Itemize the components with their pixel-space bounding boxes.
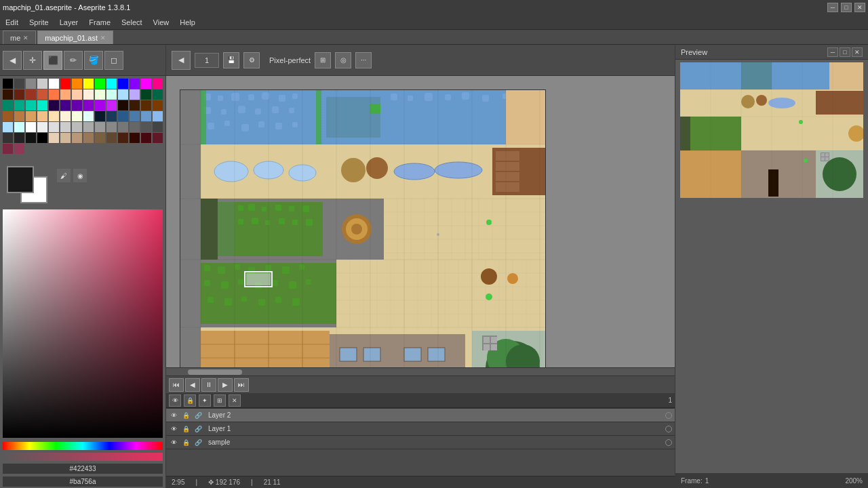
preview-minimize[interactable]: ─ (827, 47, 838, 57)
color-swatch[interactable] (49, 122, 59, 132)
anim-prev-frame[interactable]: ◀ (185, 378, 200, 392)
menu-item-select[interactable]: Select (116, 17, 148, 28)
color-swatch[interactable] (14, 79, 24, 89)
color-swatch[interactable] (106, 122, 117, 132)
color-swatch[interactable] (106, 133, 117, 143)
color-swatch[interactable] (49, 111, 59, 121)
canvas-icon-onion[interactable]: ◎ (335, 52, 351, 68)
hex-display-primary[interactable]: #422433 (3, 464, 163, 474)
color-swatch[interactable] (49, 133, 59, 143)
tab-mapchip-01-ast[interactable]: mapchip_01.ast✕ (37, 30, 113, 44)
color-swatch[interactable] (153, 111, 163, 121)
color-swatch[interactable] (153, 89, 163, 100)
color-swatch[interactable] (14, 144, 24, 154)
layer-2-visibility[interactable]: 👁 (169, 411, 178, 420)
layer-2-lock[interactable]: 🔒 (181, 411, 191, 420)
layer-1-linked[interactable]: 🔗 (193, 424, 203, 434)
color-swatch[interactable] (49, 89, 59, 100)
color-swatch[interactable] (106, 89, 117, 100)
layer-row-1[interactable]: 👁 🔒 🔗 Layer 1 (166, 422, 675, 436)
layer-sample-lock[interactable]: 🔒 (181, 438, 191, 447)
color-swatch[interactable] (118, 133, 128, 143)
color-swatch[interactable] (14, 133, 24, 143)
color-swatch[interactable] (72, 79, 82, 89)
horizontal-scrollbar[interactable] (166, 367, 675, 375)
tool-fill[interactable]: 🪣 (84, 51, 103, 70)
color-swatch[interactable] (14, 111, 24, 121)
color-swatch[interactable] (118, 111, 128, 121)
color-swatch[interactable] (141, 89, 151, 100)
minimize-button[interactable]: ─ (827, 3, 838, 12)
color-swatch[interactable] (26, 100, 36, 110)
color-swatch[interactable] (14, 89, 24, 100)
menu-item-sprite[interactable]: Sprite (24, 17, 54, 28)
scrollbar-thumb[interactable] (188, 369, 242, 375)
color-swatch[interactable] (60, 122, 71, 132)
color-swatch[interactable] (3, 122, 13, 132)
color-swatch[interactable] (130, 122, 140, 132)
color-swatch[interactable] (83, 122, 94, 132)
color-swatch[interactable] (49, 79, 59, 89)
opacity-btn[interactable]: ◉ (73, 169, 87, 182)
color-swatch[interactable] (153, 100, 163, 110)
color-swatch[interactable] (141, 122, 151, 132)
tool-move[interactable]: ✛ (23, 51, 42, 70)
canvas-icon-save[interactable]: 💾 (223, 52, 239, 68)
layer-add-btn[interactable]: ⊞ (214, 394, 226, 407)
alpha-bar[interactable] (3, 453, 163, 461)
color-swatch[interactable] (26, 111, 36, 121)
preview-maximize[interactable]: □ (840, 47, 850, 57)
color-swatch[interactable] (3, 111, 13, 121)
canvas-icon-grid[interactable]: ⊞ (315, 52, 331, 68)
color-swatch[interactable] (60, 79, 71, 89)
color-swatch[interactable] (37, 133, 47, 143)
tool-arrow[interactable]: ◀ (3, 51, 22, 70)
color-swatch[interactable] (130, 100, 140, 110)
layer-visibility-toggle[interactable]: 👁 (169, 394, 181, 407)
color-swatch[interactable] (83, 79, 94, 89)
color-swatch[interactable] (153, 133, 163, 143)
color-swatch[interactable] (26, 89, 36, 100)
color-swatch[interactable] (26, 122, 36, 132)
color-swatch[interactable] (153, 122, 163, 132)
color-swatch[interactable] (95, 133, 105, 143)
color-swatch[interactable] (83, 133, 94, 143)
layer-2-linked[interactable]: 🔗 (193, 411, 203, 420)
color-swatch[interactable] (141, 133, 151, 143)
color-swatch[interactable] (95, 79, 105, 89)
preview-close[interactable]: ✕ (852, 47, 863, 57)
color-swatch[interactable] (14, 122, 24, 132)
menu-item-layer[interactable]: Layer (54, 17, 84, 28)
color-swatch[interactable] (60, 133, 71, 143)
canvas-icon-more[interactable]: ··· (355, 52, 372, 68)
tab-close-icon[interactable]: ✕ (100, 35, 106, 41)
color-swatch[interactable] (106, 111, 117, 121)
color-swatch[interactable] (72, 111, 82, 121)
color-swatch[interactable] (153, 79, 163, 89)
color-swatch[interactable] (26, 133, 36, 143)
color-swatch[interactable] (141, 79, 151, 89)
menu-item-view[interactable]: View (148, 17, 175, 28)
tool-eraser[interactable]: ◻ (104, 51, 123, 70)
layer-sample-linked[interactable]: 🔗 (193, 438, 203, 447)
menu-item-help[interactable]: Help (174, 17, 201, 28)
color-swatch[interactable] (118, 89, 128, 100)
color-swatch[interactable] (83, 111, 94, 121)
color-swatch[interactable] (37, 122, 47, 132)
color-swatch[interactable] (83, 100, 94, 110)
canvas-icon-settings[interactable]: ⚙ (243, 52, 260, 68)
color-swatch[interactable] (130, 111, 140, 121)
color-swatch[interactable] (14, 100, 24, 110)
tab-close-icon[interactable]: ✕ (23, 35, 28, 41)
layer-sample-visibility[interactable]: 👁 (169, 438, 178, 447)
hue-bar[interactable] (3, 442, 163, 450)
color-swatch[interactable] (83, 89, 94, 100)
color-swatch[interactable] (95, 111, 105, 121)
anim-play-pause[interactable]: ⏸ (201, 378, 216, 392)
color-swatch[interactable] (37, 89, 47, 100)
anim-last-frame[interactable]: ⏭ (234, 378, 249, 392)
layer-row-2[interactable]: 👁 🔒 🔗 Layer 2 (166, 409, 675, 422)
color-swatch[interactable] (130, 89, 140, 100)
color-swatch[interactable] (3, 89, 13, 100)
color-swatch[interactable] (106, 79, 117, 89)
